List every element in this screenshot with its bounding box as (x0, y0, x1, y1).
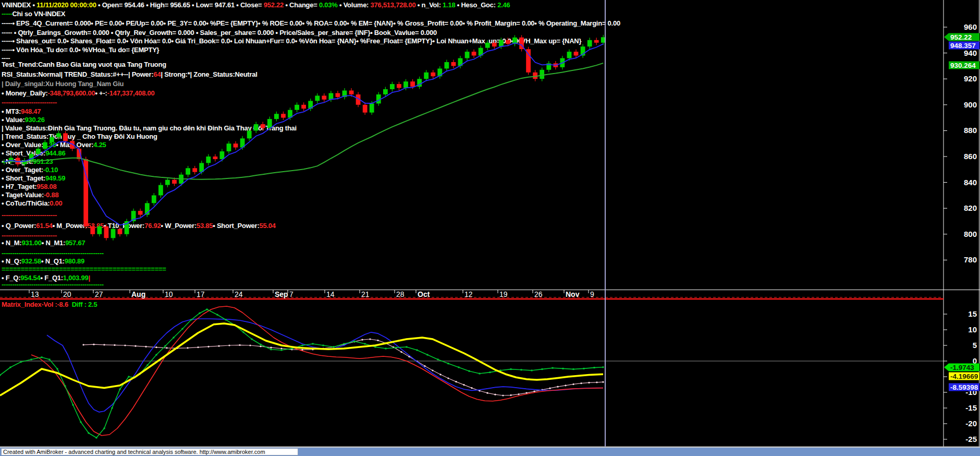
date-tick-label: 19 (499, 290, 508, 298)
matrix-pink-marker (533, 391, 535, 392)
matrix-pink-marker (471, 387, 472, 389)
matrix-pink-marker (218, 345, 219, 347)
matrix-pink-line (83, 339, 603, 395)
matrix-green-marker (260, 344, 262, 345)
date-tick-label: 12 (464, 290, 473, 298)
matrix-pink-marker (361, 339, 363, 341)
candle-body (36, 149, 41, 154)
date-tick-label: 13 (31, 290, 39, 298)
candle-body (349, 91, 354, 94)
matrix-pink-marker (518, 393, 519, 395)
matrix-pink-marker (93, 344, 94, 345)
matrix-pink-marker (439, 374, 441, 375)
ma-slow-line (4, 63, 603, 179)
candle-body (220, 151, 225, 159)
indicator-tick-label: -20 (965, 419, 977, 428)
candle-body (172, 180, 177, 184)
candle-body (104, 226, 109, 238)
matrix-pink-marker (166, 347, 167, 349)
matrix-green-marker (147, 364, 149, 366)
candle-body (63, 133, 68, 141)
price-pane[interactable] (2, 35, 606, 241)
candle-body (485, 43, 490, 48)
candle-body (234, 143, 238, 147)
indicator-tick-label: -15 (965, 403, 977, 412)
ma-fast-line (4, 43, 603, 225)
matrix-pink-marker (377, 340, 378, 341)
date-tick-label: Oct (418, 290, 430, 298)
matrix-green-marker (173, 337, 175, 339)
date-tick-label: 7 (289, 290, 293, 298)
matrix-pink-marker (602, 381, 604, 383)
matrix-pink-marker (463, 384, 464, 386)
candle-body (111, 229, 116, 238)
matrix-green-marker (10, 367, 11, 368)
matrix-green-marker (72, 404, 74, 406)
candle-body (90, 226, 95, 234)
matrix-green-marker (458, 367, 460, 368)
matrix-green-marker (165, 345, 166, 347)
matrix-green-marker (80, 422, 82, 423)
candle-body (390, 84, 395, 89)
matrix-green-marker (489, 371, 491, 373)
date-tick-label: 10 (165, 290, 173, 298)
matrix-pink-marker (82, 344, 84, 345)
candle-body (383, 89, 388, 94)
matrix-pink-marker (270, 347, 272, 349)
candle-body (315, 95, 320, 101)
matrix-pink-marker (228, 344, 230, 346)
axis-value-label: -4.19669 (950, 373, 978, 380)
candle-body (281, 114, 286, 117)
matrix-green-marker (552, 367, 554, 369)
matrix-green-marker (20, 361, 22, 363)
matrix-pink-marker (447, 377, 449, 379)
axis-value-label: -1.9743 (950, 364, 974, 371)
candle-body (363, 105, 368, 113)
matrix-green-marker (182, 328, 183, 330)
matrix-green-marker (156, 354, 157, 356)
date-tick-label: 28 (396, 290, 405, 298)
date-tick-label: 21 (361, 290, 370, 298)
matrix-green-marker (88, 433, 90, 434)
price-tick-label: 880 (964, 126, 977, 135)
matrix-green-marker (323, 345, 324, 346)
matrix-pink-marker (557, 386, 558, 388)
candle-body (451, 62, 456, 66)
price-tick-label: 920 (964, 74, 977, 83)
matrix-pink-marker (155, 346, 157, 348)
chart-canvas[interactable]: 960940920900880860840820800780151050-5-1… (0, 0, 980, 456)
axis-arrow-icon (944, 364, 949, 371)
matrix-pink-marker (596, 381, 597, 383)
candle-body (403, 81, 408, 88)
candle-body (567, 52, 572, 58)
indicator-tick-label: -25 (965, 435, 977, 443)
date-tick-label: Aug (131, 290, 145, 298)
price-tick-label: 940 (964, 49, 977, 57)
candle-body (540, 70, 544, 79)
matrix-green-marker (96, 437, 97, 439)
matrix-pink-marker (494, 394, 496, 395)
candle-body (594, 40, 599, 43)
price-tick-label: 780 (964, 255, 977, 264)
matrix-pink-marker (369, 338, 371, 340)
axis-value-label: 948.357 (950, 42, 976, 50)
matrix-red-line (31, 306, 603, 436)
date-tick-label: Sep (275, 290, 288, 298)
candle-body (587, 40, 592, 46)
candle-body (50, 137, 54, 142)
candle-body (213, 157, 218, 159)
matrix-green-marker (427, 354, 428, 356)
matrix-pink-marker (455, 381, 457, 382)
status-message: Created with AmiBroker - advanced charti… (1, 448, 298, 455)
matrix-green-marker (448, 363, 449, 364)
candle-body (97, 226, 102, 234)
matrix-pink-marker (207, 346, 209, 347)
matrix-green-marker (510, 368, 512, 370)
matrix-pink-marker (134, 345, 136, 347)
matrix-green-marker (562, 368, 564, 369)
price-tick-label: 900 (964, 100, 977, 109)
candle-body (301, 105, 306, 109)
indicator-pane[interactable] (0, 306, 944, 439)
candle-body (261, 124, 265, 128)
matrix-yellow-line (0, 323, 603, 395)
